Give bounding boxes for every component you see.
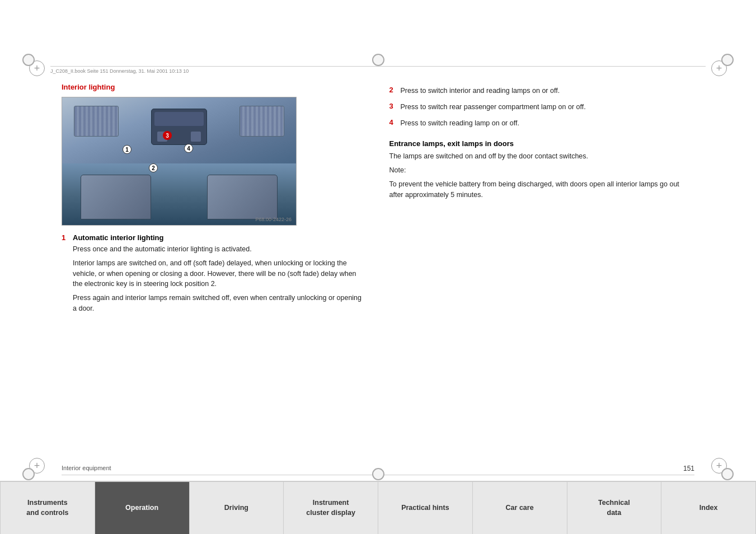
right-item-3: 3 Press to switch rear passenger compart…	[389, 102, 695, 113]
right-item-4-number: 4	[389, 118, 397, 129]
spiral-bl	[22, 468, 35, 480]
badge-1: 1	[123, 145, 132, 154]
right-column: 2 Press to switch interior and reading l…	[389, 83, 695, 461]
item-1-block: 1 Automatic interior lighting Press once…	[62, 233, 367, 317]
tab-car-care[interactable]: Car care	[473, 482, 567, 534]
item-1-number: 1	[62, 233, 69, 242]
item-1-para-1: Press once and the automatic interior li…	[73, 244, 367, 255]
tab-driving[interactable]: Driving	[190, 482, 284, 534]
badge-2: 2	[149, 163, 158, 172]
center-lamp-unit	[151, 109, 207, 145]
spiral-tm	[372, 54, 384, 66]
tab-index[interactable]: Index	[661, 482, 756, 534]
right-item-2-number: 2	[389, 86, 397, 96]
left-column: Interior lighting	[62, 83, 367, 461]
note-text: To prevent the vehicle battery from bein…	[389, 179, 695, 200]
page-number: 151	[683, 465, 694, 472]
header-bar: J_C208_II.book Seite 151 Donnerstag, 31.…	[50, 66, 706, 74]
image-inner: 1 2 3 4 P68.00-2422-26	[62, 97, 296, 225]
right-lamp	[240, 106, 284, 137]
left-lamp	[74, 106, 119, 137]
tab-practical-hints[interactable]: Practical hints	[378, 482, 473, 534]
item-1-title: Automatic interior lighting	[73, 233, 164, 242]
right-item-4: 4 Press to switch reading lamp on or off…	[389, 118, 695, 129]
item-1-header: 1 Automatic interior lighting	[62, 233, 367, 242]
badge-3: 3	[163, 131, 172, 140]
tab-technical-data[interactable]: Technical data	[567, 482, 662, 534]
item-1-para-2: Interior lamps are switched on, and off …	[73, 258, 367, 289]
tab-instruments-and-controls[interactable]: Instruments and controls	[0, 482, 95, 534]
tab-operation[interactable]: Operation	[95, 482, 190, 534]
spiral-tr	[721, 54, 734, 66]
section-title: Interior lighting	[62, 83, 367, 91]
tab-instrument-cluster-display[interactable]: Instrument cluster display	[284, 482, 378, 534]
entrance-text1: The lamps are switched on and off by the…	[389, 151, 695, 162]
right-seat	[207, 175, 277, 219]
section-label: Interior equipment	[62, 465, 111, 472]
note-label: Note:	[389, 165, 695, 176]
badge-4: 4	[184, 144, 193, 153]
right-item-3-number: 3	[389, 102, 397, 113]
car-interior-image: 1 2 3 4 P68.00-2422-26	[62, 97, 297, 226]
right-item-3-text: Press to switch rear passenger compartme…	[401, 102, 586, 113]
image-reference: P68.00-2422-26	[255, 217, 292, 222]
item-1-para-3: Press again and interior lamps remain sw…	[73, 293, 367, 314]
content-area: Interior lighting	[62, 83, 694, 461]
right-item-4-text: Press to switch reading lamp on or off.	[401, 118, 519, 129]
entrance-title: Entrance lamps, exit lamps in doors	[389, 139, 695, 148]
right-item-2-text: Press to switch interior and reading lam…	[401, 86, 560, 96]
spiral-bm	[372, 468, 384, 480]
book-reference: J_C208_II.book Seite 151 Donnerstag, 31.…	[50, 68, 189, 74]
right-item-2: 2 Press to switch interior and reading l…	[389, 86, 695, 96]
spiral-br	[721, 468, 734, 480]
nav-tabs: Instruments and controls Operation Drivi…	[0, 481, 756, 534]
spiral-tl	[22, 54, 35, 66]
left-seat	[81, 175, 151, 219]
